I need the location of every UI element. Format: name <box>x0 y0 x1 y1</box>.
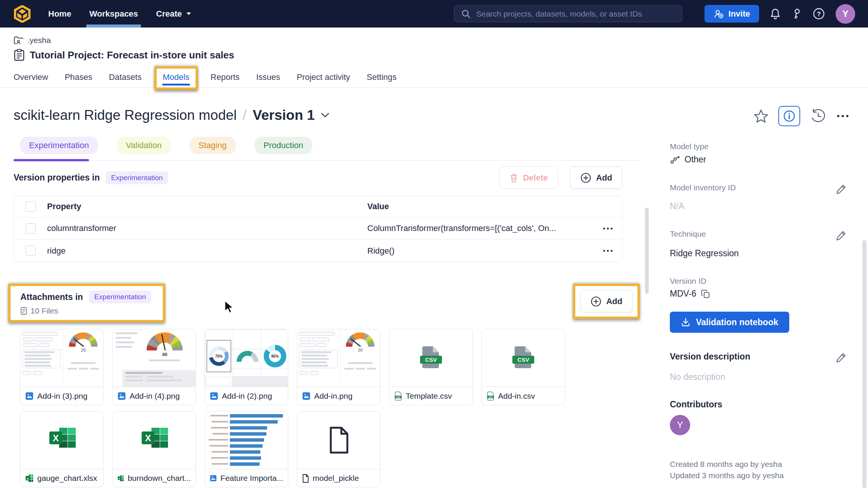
version-properties-header: Version properties in Experimentation De… <box>14 167 639 189</box>
gauge-value: 20 <box>358 348 362 352</box>
svg-text:x: x <box>27 477 29 480</box>
gauges-grid-thumbnail: 75% 85% <box>205 329 288 387</box>
edit-inventory-pencil-icon[interactable] <box>836 183 847 195</box>
row-checkbox[interactable] <box>26 246 36 256</box>
search-icon <box>461 9 471 19</box>
stage-staging[interactable]: Staging <box>189 137 236 154</box>
excel-file-icon: x <box>25 474 34 483</box>
attachment-card[interactable]: X x gauge_chart.xlsx <box>20 411 104 487</box>
global-search[interactable] <box>454 5 682 22</box>
search-input[interactable] <box>476 9 675 18</box>
property-value: ColumnTransformer(transformers=[('cat_co… <box>367 223 593 233</box>
validation-notebook-button[interactable]: Validation notebook <box>670 312 789 333</box>
notebook-button-label: Validation notebook <box>696 317 778 327</box>
attachment-card[interactable]: CSV CSV Template.csv <box>389 329 473 405</box>
attachment-card[interactable]: 20 Add-in.png <box>297 329 381 405</box>
nav-create[interactable]: Create <box>156 0 191 28</box>
stage-validation[interactable]: Validation <box>117 137 171 154</box>
version-id-label: Version ID <box>670 277 847 286</box>
property-name: columntransformer <box>47 223 367 233</box>
file-name: Feature Importa... <box>220 474 283 483</box>
excel-file-thumbnail: X <box>113 412 196 469</box>
api-key-icon[interactable] <box>792 8 802 20</box>
title-separator: / <box>243 107 247 123</box>
updated-timestamp: Updated 3 months ago by yesha <box>670 470 847 481</box>
file-name: Add-in (3).png <box>37 392 87 401</box>
stage-production[interactable]: Production <box>255 137 312 154</box>
content-scrollbar[interactable] <box>645 208 649 294</box>
file-icon <box>326 425 351 455</box>
attachment-card[interactable]: 20 Add-in (3).png <box>20 329 104 405</box>
row-actions-button[interactable] <box>602 224 614 233</box>
row-checkbox[interactable] <box>26 223 36 234</box>
technique-value: Ridge Regression <box>670 248 847 259</box>
generic-file-thumbnail <box>297 412 380 469</box>
contributor-initial: Y <box>677 420 683 430</box>
edit-technique-pencil-icon[interactable] <box>836 229 847 242</box>
gauge-screenshot-thumbnail: 40 <box>113 329 196 387</box>
attachment-card[interactable]: X x burndown_chart... <box>112 411 196 487</box>
breadcrumb[interactable]: .yesha <box>0 28 868 45</box>
app-logo[interactable] <box>14 5 31 23</box>
attachment-card[interactable]: 40 Add-in (4).png <box>112 329 196 405</box>
tab-datasets[interactable]: Datasets <box>109 72 142 82</box>
help-icon[interactable]: ? <box>813 8 825 20</box>
model-type-icon <box>670 155 680 164</box>
tab-overview[interactable]: Overview <box>14 72 48 82</box>
excel-file-icon: x <box>117 474 124 483</box>
add-attachment-button[interactable]: Add <box>580 290 633 312</box>
add-property-button[interactable]: Add <box>570 167 622 189</box>
version-dropdown-chevron-icon[interactable] <box>321 112 330 118</box>
tab-settings[interactable]: Settings <box>367 72 397 82</box>
copy-version-id-icon[interactable] <box>701 289 711 299</box>
top-nav: Home Workspaces Create Invite <box>0 0 868 28</box>
nav-home[interactable]: Home <box>48 0 71 28</box>
add-label: Add <box>606 297 622 306</box>
stage-experimentation[interactable]: Experimentation <box>20 137 98 154</box>
model-type-label: Model type <box>670 142 847 151</box>
image-file-icon <box>209 474 217 483</box>
stage-tabs: Experimentation Validation Staging Produ… <box>14 137 639 161</box>
select-all-checkbox[interactable] <box>26 202 36 212</box>
file-name: model_pickle <box>313 474 359 483</box>
description-value: No description <box>670 372 847 382</box>
gauge-screenshot-thumbnail: 20 <box>20 329 103 387</box>
attachments-stage-badge: Experimentation <box>89 291 151 303</box>
nav-workspaces[interactable]: Workspaces <box>89 0 138 28</box>
invite-button[interactable]: Invite <box>704 5 759 23</box>
nav-workspaces-label: Workspaces <box>89 9 138 19</box>
attachment-card[interactable]: CSV CSV Add-in.csv <box>481 329 565 405</box>
page-scrollbar[interactable] <box>862 240 866 488</box>
csv-file-thumbnail: CSV <box>390 329 472 387</box>
gauge-value: 40 <box>162 352 167 357</box>
tab-reports[interactable]: Reports <box>211 72 240 82</box>
attachment-card[interactable]: Feature Importa... <box>205 411 288 487</box>
tab-project-activity[interactable]: Project activity <box>296 72 350 82</box>
file-count-icon <box>20 307 27 315</box>
tab-issues[interactable]: Issues <box>256 72 280 82</box>
gauge-value: 20 <box>81 348 86 352</box>
row-actions-button[interactable] <box>602 246 614 255</box>
attachment-card[interactable]: 75% 85% Add-in (2).png <box>205 329 288 405</box>
file-name: Add-in (4).png <box>130 392 180 401</box>
notifications-bell-icon[interactable] <box>770 8 781 20</box>
nav-home-label: Home <box>48 9 71 19</box>
download-icon <box>681 317 691 327</box>
csv-file-icon: CSV <box>486 391 495 401</box>
image-file-icon <box>209 392 219 401</box>
tutorial-highlight-add: Add <box>573 284 640 319</box>
user-avatar[interactable]: Y <box>836 4 855 24</box>
svg-text:CSV: CSV <box>489 396 493 398</box>
plus-circle-icon <box>590 296 602 307</box>
tab-phases[interactable]: Phases <box>65 72 92 82</box>
attachment-card[interactable]: model_pickle <box>297 411 381 487</box>
table-row: ridge Ridge() <box>14 240 622 262</box>
delete-property-button[interactable]: Delete <box>499 167 558 189</box>
tab-models[interactable]: Models <box>163 72 189 82</box>
excel-file-icon: X <box>46 425 78 456</box>
image-file-icon <box>25 392 34 401</box>
model-name: scikit-learn Ridge Regression model <box>14 107 237 123</box>
edit-description-pencil-icon[interactable] <box>836 352 847 364</box>
mouse-cursor <box>224 300 236 314</box>
attachments-grid: 20 Add-in (3).png <box>20 329 585 487</box>
